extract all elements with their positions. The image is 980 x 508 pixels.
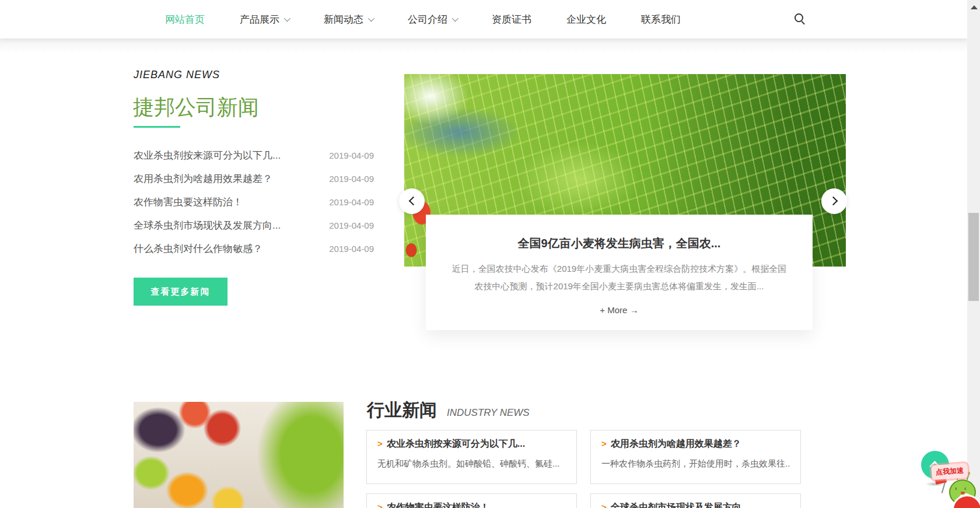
view-more-news-button[interactable]: 查看更多新闻 — [134, 278, 228, 306]
chevron-down-icon — [368, 15, 374, 22]
news-page: 网站首页 产品展示 新闻动态 公司介绍 资质证书 企业文化 联系我们 JIEBA… — [0, 0, 980, 508]
slide-description: 近日，全国农技中心发布《2019年小麦重大病虫害全程综合防控技术方案》。根据全国… — [452, 260, 787, 295]
industry-section-image — [134, 402, 344, 508]
mascot-eye: ‹ — [964, 485, 966, 492]
news-title[interactable]: 农业杀虫剂按来源可分为以下几... — [134, 149, 281, 162]
nav-item-certificates[interactable]: 资质证书 — [474, 13, 549, 26]
nav-item-label: 新闻动态 — [324, 13, 363, 26]
search-handle — [802, 21, 805, 24]
industry-card-desc: 一种农作物杀虫药剂，开始使用时，杀虫效果往... — [601, 458, 790, 470]
carousel-caption-card[interactable]: 全国9亿亩小麦将发生病虫害，全国农... 近日，全国农技中心发布《2019年小麦… — [426, 215, 813, 330]
nav-item-label: 企业文化 — [566, 13, 606, 26]
header: 网站首页 产品展示 新闻动态 公司介绍 资质证书 企业文化 联系我们 — [0, 0, 967, 38]
news-title[interactable]: 全球杀虫剂市场现状及发展方向... — [134, 219, 281, 232]
industry-card-title[interactable]: 农业杀虫剂按来源可分为以下几... — [387, 438, 525, 450]
carousel-prev-button[interactable] — [399, 188, 425, 214]
industry-card-desc: 无机和矿物杀虫剂。如砷酸铅、砷酸钙、氟硅... — [377, 458, 566, 470]
section-eyebrow: JIEBANG NEWS — [134, 69, 220, 81]
nav-item-contact[interactable]: 联系我们 — [624, 13, 698, 26]
news-list-item[interactable]: 全球杀虫剂市场现状及发展方向... 2019-04-09 — [134, 219, 374, 242]
nav-item-products[interactable]: 产品展示 — [222, 13, 306, 26]
slide-title[interactable]: 全国9亿亩小麦将发生病虫害，全国农... — [426, 236, 813, 251]
industry-cards: > 农业杀虫剂按来源可分为以下几... 无机和矿物杀虫剂。如砷酸铅、砷酸钙、氟硅… — [366, 430, 802, 508]
slide-more-link[interactable]: + More → — [600, 305, 638, 315]
arrow-marker-icon: > — [377, 502, 383, 508]
industry-card-title[interactable]: 全球杀虫剂市场现状及发展方向... — [611, 502, 749, 508]
nav-item-label: 联系我们 — [641, 13, 681, 26]
news-list-item[interactable]: 农作物害虫要这样防治！ 2019-04-09 — [134, 195, 374, 219]
section-title: 捷邦公司新闻 — [133, 93, 259, 122]
chevron-right-icon — [829, 197, 838, 206]
news-date: 2019-04-09 — [329, 244, 374, 254]
industry-card[interactable]: > 农作物害虫要这样防治！ — [366, 493, 577, 508]
scrollbar-up-arrow-icon[interactable] — [971, 5, 978, 9]
news-date: 2019-04-09 — [329, 174, 374, 184]
news-list-item[interactable]: 农用杀虫剂为啥越用效果越差？ 2019-04-09 — [134, 172, 374, 195]
nav-item-label: 产品展示 — [240, 13, 279, 26]
scrollbar-thumb[interactable] — [968, 213, 979, 301]
carousel-next-button[interactable] — [821, 188, 847, 214]
news-list-item[interactable]: 农业杀虫剂按来源可分为以下几... 2019-04-09 — [134, 149, 374, 172]
nav-item-culture[interactable]: 企业文化 — [549, 13, 624, 26]
arrow-marker-icon: > — [601, 439, 607, 449]
nav-item-label: 公司介绍 — [408, 13, 447, 26]
nav-item-label: 资质证书 — [492, 13, 531, 26]
industry-card[interactable]: > 农用杀虫剂为啥越用效果越差？ 一种农作物杀虫药剂，开始使用时，杀虫效果往..… — [590, 430, 801, 484]
nav-item-label: 网站首页 — [165, 13, 205, 26]
industry-subtitle: INDUSTRY NEWS — [447, 407, 530, 419]
news-date: 2019-04-09 — [329, 150, 374, 160]
header-shadow — [0, 38, 967, 54]
company-news-list: 农业杀虫剂按来源可分为以下几... 2019-04-09 农用杀虫剂为啥越用效果… — [134, 149, 374, 265]
chevron-down-icon — [452, 15, 459, 22]
news-date: 2019-04-09 — [329, 197, 374, 207]
industry-card[interactable]: > 农业杀虫剂按来源可分为以下几... 无机和矿物杀虫剂。如砷酸铅、砷酸钙、氟硅… — [366, 430, 577, 484]
nav-item-about[interactable]: 公司介绍 — [390, 13, 474, 26]
news-title[interactable]: 农作物害虫要这样防治！ — [134, 195, 243, 209]
industry-card[interactable]: > 全球杀虫剂市场现状及发展方向... — [590, 493, 801, 508]
mascot-eye: › — [955, 485, 957, 492]
industry-title: 行业新闻 — [367, 398, 437, 422]
news-title[interactable]: 农用杀虫剂为啥越用效果越差？ — [134, 172, 272, 185]
search-icon[interactable] — [793, 12, 807, 26]
nav-item-home[interactable]: 网站首页 — [148, 13, 222, 26]
main-nav: 网站首页 产品展示 新闻动态 公司介绍 资质证书 企业文化 联系我们 — [148, 0, 698, 38]
section-underline — [134, 126, 180, 128]
industry-card-title[interactable]: 农用杀虫剂为啥越用效果越差？ — [611, 438, 741, 450]
news-title[interactable]: 什么杀虫剂对什么作物敏感？ — [134, 242, 262, 255]
speed-booster-badge[interactable]: 点我加速 — [931, 463, 968, 480]
industry-card-title[interactable]: 农作物害虫要这样防治！ — [387, 502, 489, 508]
news-date: 2019-04-09 — [329, 220, 374, 230]
arrow-marker-icon: > — [377, 439, 383, 449]
nav-item-news[interactable]: 新闻动态 — [306, 13, 390, 26]
arrow-marker-icon: > — [601, 502, 607, 508]
news-list-item[interactable]: 什么杀虫剂对什么作物敏感？ 2019-04-09 — [134, 242, 374, 265]
chevron-down-icon — [284, 15, 290, 22]
chevron-left-icon — [409, 197, 418, 206]
